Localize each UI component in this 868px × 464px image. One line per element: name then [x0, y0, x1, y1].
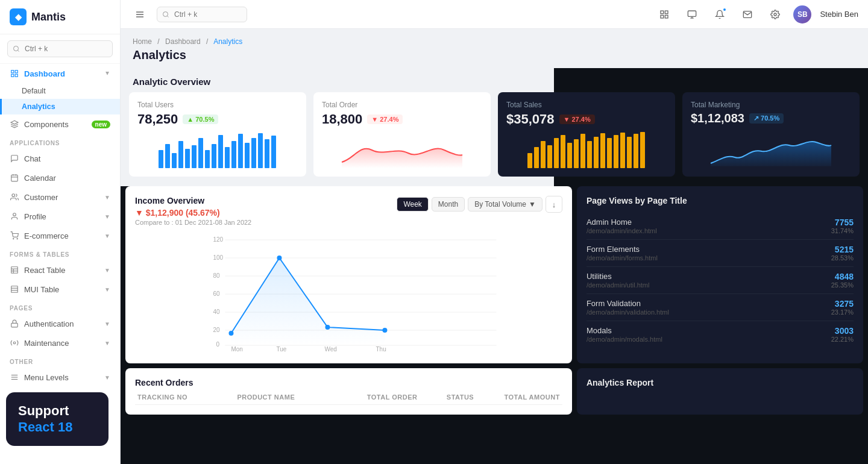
support-card-line1: Support: [18, 403, 96, 419]
svg-rect-1: [15, 71, 17, 73]
month-button[interactable]: Month: [432, 197, 465, 212]
page-view-item-5: Modals /demo/admin/modals.html 3003 22.2…: [587, 321, 854, 348]
sidebar-item-profile-label: Profile: [24, 212, 46, 221]
svg-rect-31: [661, 15, 664, 18]
svg-rect-48: [238, 134, 243, 168]
sidebar-subitem-analytics[interactable]: Analytics: [0, 99, 120, 114]
svg-rect-41: [192, 145, 197, 168]
week-button[interactable]: Week: [397, 197, 428, 212]
sidebar-item-ecommerce[interactable]: E-commerce ▼: [0, 226, 120, 245]
chevron-up-icon: ▲: [104, 71, 110, 77]
sidebar-section-forms-tables: Forms & Tables: [0, 245, 120, 260]
menu-levels-icon: [10, 372, 19, 382]
sidebar-item-components[interactable]: Components new: [0, 114, 120, 134]
sidebar-item-chat[interactable]: Chat: [0, 149, 120, 168]
page-header: Home / Dashboard / Analytics Analytics: [121, 29, 868, 68]
svg-rect-57: [547, 145, 552, 168]
stat-label-total-order: Total Order: [322, 101, 482, 109]
global-search-input[interactable]: [157, 7, 247, 22]
sidebar-subitem-default-label: Default: [22, 87, 46, 95]
notification-bell-button[interactable]: [710, 5, 729, 24]
sidebar-item-customer-label: Customer: [24, 193, 58, 202]
volume-select[interactable]: By Total Volume ▼: [468, 197, 542, 212]
svg-rect-29: [665, 11, 668, 14]
bar-chart-total-users: [137, 132, 298, 168]
sidebar-item-dashboard-label: Dashboard: [24, 69, 65, 78]
search-input[interactable]: [7, 40, 113, 57]
svg-rect-37: [165, 144, 170, 168]
hamburger-button[interactable]: [130, 5, 149, 24]
chevron-down-icon-3: ▼: [104, 233, 110, 239]
stat-value-total-sales: $35,078: [506, 111, 555, 127]
sidebar-item-menu-levels[interactable]: Menu Levels ▼: [0, 368, 120, 387]
svg-rect-60: [567, 143, 572, 168]
grid-view-button[interactable]: [655, 5, 674, 24]
svg-point-93: [382, 328, 387, 333]
settings-button[interactable]: [766, 5, 785, 24]
svg-point-90: [228, 331, 233, 336]
user-avatar[interactable]: SB: [793, 5, 811, 24]
svg-rect-5: [11, 175, 18, 181]
svg-point-12: [17, 239, 17, 239]
sidebar-item-customer[interactable]: Customer ▼: [0, 187, 120, 207]
sidebar-item-mui-table[interactable]: MUI Table ▼: [0, 280, 120, 299]
recent-orders-title: Recent Orders: [135, 378, 562, 387]
sidebar-logo[interactable]: ◆ Mantis: [0, 0, 120, 34]
page-title: Analytics: [133, 48, 856, 62]
income-line-chart: 120 100 80 60 40 20 0: [135, 231, 562, 351]
page-view-item-2: Form Elements /demo/admin/forms.html 521…: [587, 240, 854, 267]
income-overview-card: Income Overview ▼ $1,12,900 (45.67%) Com…: [125, 186, 572, 363]
sidebar-item-profile[interactable]: Profile ▼: [0, 207, 120, 226]
sidebar-item-components-label: Components: [24, 120, 69, 129]
sidebar-item-react-table[interactable]: React Table ▼: [0, 260, 120, 280]
sidebar-item-maintenance[interactable]: Maintenance ▼: [0, 333, 120, 353]
svg-text:120: 120: [213, 236, 223, 243]
svg-text:60: 60: [213, 290, 220, 297]
sidebar-item-calendar-label: Calendar: [24, 174, 56, 183]
svg-point-21: [13, 342, 16, 344]
recent-orders-card: Recent Orders Tracking No Product Name T…: [125, 368, 572, 415]
svg-rect-49: [245, 143, 250, 168]
svg-rect-30: [665, 15, 668, 18]
user-name-label[interactable]: Stebin Ben: [820, 10, 858, 19]
svg-marker-4: [11, 121, 18, 124]
sidebar-item-calendar[interactable]: Calendar: [0, 168, 120, 187]
window-button[interactable]: [682, 5, 702, 24]
notification-badge: [722, 7, 727, 12]
full-content: Home / Dashboard / Analytics Analytics A…: [121, 29, 868, 464]
svg-rect-58: [554, 138, 559, 168]
analytic-overview-title: Analytic Overview: [133, 77, 210, 87]
svg-text:100: 100: [213, 254, 223, 261]
sidebar-search-container: [0, 34, 120, 64]
svg-rect-67: [614, 135, 618, 168]
mail-button[interactable]: [738, 5, 757, 24]
svg-point-10: [13, 213, 16, 216]
svg-rect-17: [11, 286, 18, 293]
svg-point-35: [774, 13, 776, 16]
app-layout: ◆ Mantis Dashboard ▲ Default Analytics: [0, 0, 868, 464]
auth-icon: [10, 319, 19, 328]
support-react18-card[interactable]: Support React 18: [6, 392, 108, 446]
stat-value-total-users: 78,250: [137, 111, 178, 127]
recent-orders-header: Tracking No Product Name Total Order Sta…: [135, 393, 562, 405]
stat-badge-total-sales: ▼ 27.4%: [559, 114, 595, 124]
svg-rect-3: [11, 74, 14, 77]
sidebar-item-authentication[interactable]: Authentication ▼: [0, 314, 120, 333]
stat-badge-total-marketing: ↗ 70.5%: [749, 113, 784, 124]
svg-rect-42: [198, 138, 203, 168]
download-button[interactable]: ↓: [546, 196, 562, 213]
sidebar-subitem-default[interactable]: Default: [0, 83, 120, 99]
svg-rect-54: [527, 153, 532, 168]
sidebar-item-dashboard[interactable]: Dashboard ▲: [0, 64, 120, 83]
sidebar-subitem-analytics-label: Analytics: [22, 102, 55, 111]
sidebar-item-ecommerce-label: E-commerce: [24, 231, 69, 240]
svg-point-92: [325, 325, 330, 330]
svg-rect-63: [587, 141, 592, 168]
sidebar-item-menu-levels-label: Menu Levels: [24, 373, 69, 382]
svg-text:Wed: Wed: [324, 346, 336, 351]
profile-icon: [10, 212, 19, 221]
income-value: ▼ $1,12,900 (45.67%): [135, 208, 251, 218]
svg-rect-68: [620, 133, 625, 168]
svg-rect-51: [258, 133, 263, 168]
svg-text:0: 0: [216, 341, 219, 348]
